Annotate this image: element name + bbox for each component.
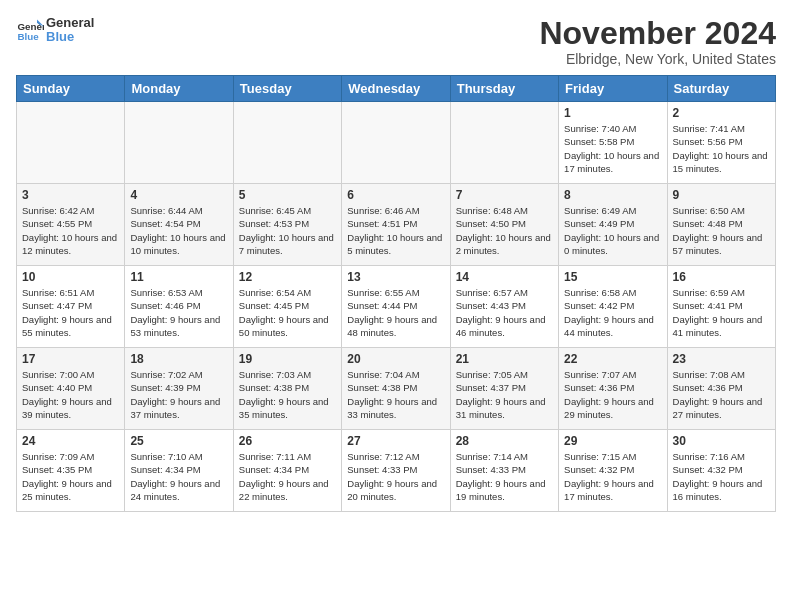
page-container: General Blue General Blue November 2024 … — [0, 0, 792, 520]
day-info: Sunrise: 7:02 AM Sunset: 4:39 PM Dayligh… — [130, 368, 227, 421]
calendar: SundayMondayTuesdayWednesdayThursdayFrid… — [16, 75, 776, 512]
calendar-cell: 23Sunrise: 7:08 AM Sunset: 4:36 PM Dayli… — [667, 348, 775, 430]
day-number: 25 — [130, 434, 227, 448]
day-info: Sunrise: 7:08 AM Sunset: 4:36 PM Dayligh… — [673, 368, 770, 421]
calendar-cell: 7Sunrise: 6:48 AM Sunset: 4:50 PM Daylig… — [450, 184, 558, 266]
calendar-cell: 14Sunrise: 6:57 AM Sunset: 4:43 PM Dayli… — [450, 266, 558, 348]
day-number: 26 — [239, 434, 336, 448]
calendar-cell: 17Sunrise: 7:00 AM Sunset: 4:40 PM Dayli… — [17, 348, 125, 430]
day-number: 14 — [456, 270, 553, 284]
day-info: Sunrise: 6:48 AM Sunset: 4:50 PM Dayligh… — [456, 204, 553, 257]
calendar-cell — [125, 102, 233, 184]
day-info: Sunrise: 6:59 AM Sunset: 4:41 PM Dayligh… — [673, 286, 770, 339]
day-info: Sunrise: 6:51 AM Sunset: 4:47 PM Dayligh… — [22, 286, 119, 339]
calendar-cell: 11Sunrise: 6:53 AM Sunset: 4:46 PM Dayli… — [125, 266, 233, 348]
day-number: 30 — [673, 434, 770, 448]
calendar-week-5: 24Sunrise: 7:09 AM Sunset: 4:35 PM Dayli… — [17, 430, 776, 512]
calendar-cell: 27Sunrise: 7:12 AM Sunset: 4:33 PM Dayli… — [342, 430, 450, 512]
day-number: 24 — [22, 434, 119, 448]
day-number: 23 — [673, 352, 770, 366]
calendar-cell: 10Sunrise: 6:51 AM Sunset: 4:47 PM Dayli… — [17, 266, 125, 348]
day-info: Sunrise: 7:05 AM Sunset: 4:37 PM Dayligh… — [456, 368, 553, 421]
day-number: 29 — [564, 434, 661, 448]
day-info: Sunrise: 6:54 AM Sunset: 4:45 PM Dayligh… — [239, 286, 336, 339]
day-number: 11 — [130, 270, 227, 284]
day-info: Sunrise: 7:41 AM Sunset: 5:56 PM Dayligh… — [673, 122, 770, 175]
day-info: Sunrise: 7:16 AM Sunset: 4:32 PM Dayligh… — [673, 450, 770, 503]
calendar-cell: 22Sunrise: 7:07 AM Sunset: 4:36 PM Dayli… — [559, 348, 667, 430]
calendar-header-wednesday: Wednesday — [342, 76, 450, 102]
logo: General Blue General Blue — [16, 16, 94, 45]
month-title: November 2024 — [539, 16, 776, 51]
day-number: 18 — [130, 352, 227, 366]
day-number: 19 — [239, 352, 336, 366]
day-number: 5 — [239, 188, 336, 202]
day-info: Sunrise: 6:42 AM Sunset: 4:55 PM Dayligh… — [22, 204, 119, 257]
calendar-cell: 15Sunrise: 6:58 AM Sunset: 4:42 PM Dayli… — [559, 266, 667, 348]
svg-text:Blue: Blue — [17, 31, 39, 42]
day-info: Sunrise: 6:50 AM Sunset: 4:48 PM Dayligh… — [673, 204, 770, 257]
calendar-week-3: 10Sunrise: 6:51 AM Sunset: 4:47 PM Dayli… — [17, 266, 776, 348]
calendar-cell: 25Sunrise: 7:10 AM Sunset: 4:34 PM Dayli… — [125, 430, 233, 512]
day-info: Sunrise: 7:12 AM Sunset: 4:33 PM Dayligh… — [347, 450, 444, 503]
calendar-cell: 6Sunrise: 6:46 AM Sunset: 4:51 PM Daylig… — [342, 184, 450, 266]
day-info: Sunrise: 7:07 AM Sunset: 4:36 PM Dayligh… — [564, 368, 661, 421]
day-number: 8 — [564, 188, 661, 202]
calendar-cell — [233, 102, 341, 184]
calendar-cell — [450, 102, 558, 184]
day-info: Sunrise: 7:09 AM Sunset: 4:35 PM Dayligh… — [22, 450, 119, 503]
day-number: 28 — [456, 434, 553, 448]
calendar-cell: 28Sunrise: 7:14 AM Sunset: 4:33 PM Dayli… — [450, 430, 558, 512]
day-number: 10 — [22, 270, 119, 284]
day-number: 6 — [347, 188, 444, 202]
day-number: 3 — [22, 188, 119, 202]
day-info: Sunrise: 6:44 AM Sunset: 4:54 PM Dayligh… — [130, 204, 227, 257]
calendar-header-monday: Monday — [125, 76, 233, 102]
day-info: Sunrise: 7:00 AM Sunset: 4:40 PM Dayligh… — [22, 368, 119, 421]
day-number: 22 — [564, 352, 661, 366]
day-info: Sunrise: 7:11 AM Sunset: 4:34 PM Dayligh… — [239, 450, 336, 503]
day-info: Sunrise: 6:53 AM Sunset: 4:46 PM Dayligh… — [130, 286, 227, 339]
calendar-cell: 30Sunrise: 7:16 AM Sunset: 4:32 PM Dayli… — [667, 430, 775, 512]
day-info: Sunrise: 7:04 AM Sunset: 4:38 PM Dayligh… — [347, 368, 444, 421]
calendar-cell — [342, 102, 450, 184]
day-number: 15 — [564, 270, 661, 284]
calendar-week-4: 17Sunrise: 7:00 AM Sunset: 4:40 PM Dayli… — [17, 348, 776, 430]
calendar-cell: 20Sunrise: 7:04 AM Sunset: 4:38 PM Dayli… — [342, 348, 450, 430]
calendar-week-1: 1Sunrise: 7:40 AM Sunset: 5:58 PM Daylig… — [17, 102, 776, 184]
calendar-cell: 13Sunrise: 6:55 AM Sunset: 4:44 PM Dayli… — [342, 266, 450, 348]
day-number: 13 — [347, 270, 444, 284]
day-number: 7 — [456, 188, 553, 202]
calendar-cell: 21Sunrise: 7:05 AM Sunset: 4:37 PM Dayli… — [450, 348, 558, 430]
day-number: 2 — [673, 106, 770, 120]
day-number: 20 — [347, 352, 444, 366]
day-number: 9 — [673, 188, 770, 202]
calendar-cell: 1Sunrise: 7:40 AM Sunset: 5:58 PM Daylig… — [559, 102, 667, 184]
calendar-header-saturday: Saturday — [667, 76, 775, 102]
logo-icon: General Blue — [16, 16, 44, 44]
calendar-cell — [17, 102, 125, 184]
day-info: Sunrise: 6:57 AM Sunset: 4:43 PM Dayligh… — [456, 286, 553, 339]
day-info: Sunrise: 7:15 AM Sunset: 4:32 PM Dayligh… — [564, 450, 661, 503]
day-number: 12 — [239, 270, 336, 284]
calendar-cell: 18Sunrise: 7:02 AM Sunset: 4:39 PM Dayli… — [125, 348, 233, 430]
calendar-week-2: 3Sunrise: 6:42 AM Sunset: 4:55 PM Daylig… — [17, 184, 776, 266]
calendar-cell: 29Sunrise: 7:15 AM Sunset: 4:32 PM Dayli… — [559, 430, 667, 512]
logo-blue: Blue — [46, 30, 94, 44]
header-section: General Blue General Blue November 2024 … — [16, 16, 776, 67]
day-number: 16 — [673, 270, 770, 284]
day-info: Sunrise: 7:14 AM Sunset: 4:33 PM Dayligh… — [456, 450, 553, 503]
calendar-header-friday: Friday — [559, 76, 667, 102]
day-info: Sunrise: 6:58 AM Sunset: 4:42 PM Dayligh… — [564, 286, 661, 339]
calendar-cell: 9Sunrise: 6:50 AM Sunset: 4:48 PM Daylig… — [667, 184, 775, 266]
calendar-cell: 24Sunrise: 7:09 AM Sunset: 4:35 PM Dayli… — [17, 430, 125, 512]
day-number: 4 — [130, 188, 227, 202]
calendar-cell: 12Sunrise: 6:54 AM Sunset: 4:45 PM Dayli… — [233, 266, 341, 348]
day-info: Sunrise: 6:49 AM Sunset: 4:49 PM Dayligh… — [564, 204, 661, 257]
day-info: Sunrise: 6:46 AM Sunset: 4:51 PM Dayligh… — [347, 204, 444, 257]
day-info: Sunrise: 6:45 AM Sunset: 4:53 PM Dayligh… — [239, 204, 336, 257]
day-number: 27 — [347, 434, 444, 448]
day-number: 17 — [22, 352, 119, 366]
calendar-cell: 5Sunrise: 6:45 AM Sunset: 4:53 PM Daylig… — [233, 184, 341, 266]
day-info: Sunrise: 7:10 AM Sunset: 4:34 PM Dayligh… — [130, 450, 227, 503]
